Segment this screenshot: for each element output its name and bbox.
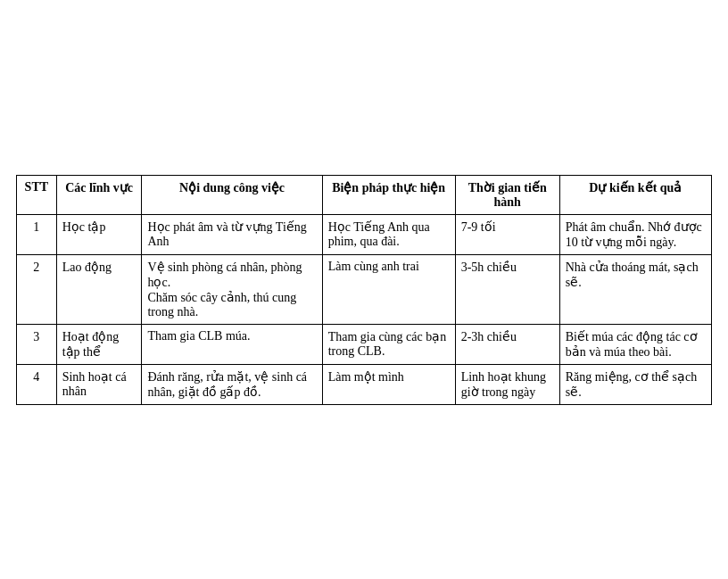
cell-noi-dung-4: Đánh răng, rửa mặt, vệ sinh cá nhân, giặ… [142, 364, 322, 404]
cell-thoi-gian-3: 2-3h chiều [455, 324, 559, 364]
cell-bien-phap-3: Tham gia cùng các bạn trong CLB. [322, 324, 455, 364]
cell-linh-vuc-3: Hoạt động tập thể [56, 324, 142, 364]
cell-noi-dung-1: Học phát âm và từ vựng Tiếng Anh [142, 214, 322, 254]
cell-stt-4: 4 [17, 364, 57, 404]
cell-du-kien-1: Phát âm chuẩn. Nhớ được 10 từ vựng mỗi n… [559, 214, 711, 254]
cell-bien-phap-4: Làm một mình [322, 364, 455, 404]
schedule-table: STT Các lĩnh vực Nội dung công việc Biện… [16, 175, 712, 405]
header-thoi-gian: Thời gian tiến hành [455, 175, 559, 214]
header-du-kien: Dự kiến kết quả [559, 175, 711, 214]
table-row: 4Sinh hoạt cá nhânĐánh răng, rửa mặt, vệ… [17, 364, 712, 404]
cell-thoi-gian-1: 7-9 tối [455, 214, 559, 254]
cell-du-kien-3: Biết múa các động tác cơ bản và múa theo… [559, 324, 711, 364]
cell-stt-1: 1 [17, 214, 57, 254]
table-header-row: STT Các lĩnh vực Nội dung công việc Biện… [17, 175, 712, 214]
cell-noi-dung-3: Tham gia CLB múa. [142, 324, 322, 364]
cell-linh-vuc-4: Sinh hoạt cá nhân [56, 364, 142, 404]
cell-linh-vuc-2: Lao động [56, 254, 142, 324]
cell-noi-dung-2: Vệ sinh phòng cá nhân, phòng học.Chăm só… [142, 254, 322, 324]
cell-stt-2: 2 [17, 254, 57, 324]
table-row: 1Học tậpHọc phát âm và từ vựng Tiếng Anh… [17, 214, 712, 254]
header-bien-phap: Biện pháp thực hiện [322, 175, 455, 214]
main-table-wrapper: STT Các lĩnh vực Nội dung công việc Biện… [16, 175, 712, 405]
cell-bien-phap-1: Học Tiếng Anh qua phim, qua đài. [322, 214, 455, 254]
header-stt: STT [17, 175, 57, 214]
cell-bien-phap-2: Làm cùng anh trai [322, 254, 455, 324]
header-linh-vuc: Các lĩnh vực [56, 175, 142, 214]
cell-du-kien-2: Nhà cửa thoáng mát, sạch sẽ. [559, 254, 711, 324]
cell-linh-vuc-1: Học tập [56, 214, 142, 254]
header-noi-dung: Nội dung công việc [142, 175, 322, 214]
cell-du-kien-4: Răng miệng, cơ thể sạch sẽ. [559, 364, 711, 404]
cell-stt-3: 3 [17, 324, 57, 364]
table-row: 2Lao độngVệ sinh phòng cá nhân, phòng họ… [17, 254, 712, 324]
cell-thoi-gian-2: 3-5h chiều [455, 254, 559, 324]
table-row: 3Hoạt động tập thểTham gia CLB múa.Tham … [17, 324, 712, 364]
cell-thoi-gian-4: Linh hoạt khung giờ trong ngày [455, 364, 559, 404]
